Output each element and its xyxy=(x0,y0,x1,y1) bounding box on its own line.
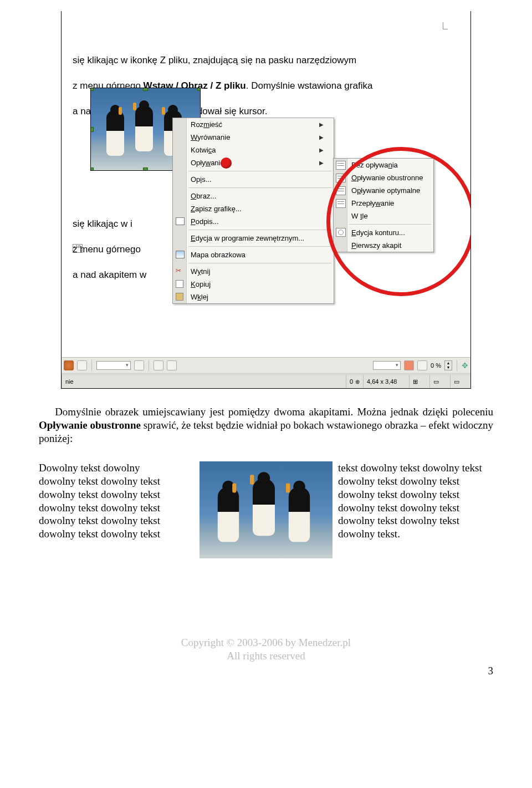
sub-item-wrap-both[interactable]: Opływanie obustronne xyxy=(334,171,433,184)
ctx-item-image[interactable]: Obraz... xyxy=(173,190,334,202)
wrap-text-right: tekst dowolny tekst dowolny tekst dowoln… xyxy=(338,461,493,541)
status-icon: ⊞ xyxy=(409,375,429,388)
status-nie: nie xyxy=(62,375,84,388)
toolbar-select[interactable] xyxy=(373,361,401,370)
ctx-item-description[interactable]: Opis... xyxy=(173,173,334,186)
toolbar-button[interactable] xyxy=(154,360,163,370)
image-toolbar: 0 % ▲▼ ✥ xyxy=(62,357,470,374)
doc-text-upper-line1: się klikając w ikonkę Z pliku, znajdując… xyxy=(73,55,356,65)
ctx-item-wrap[interactable]: Opływanie▶ xyxy=(173,156,334,169)
status-bar: nie 0⊕ 4,64 x 3,48 ⊞ ▭ ▭ xyxy=(62,374,470,388)
status-icon: ▭ xyxy=(450,375,470,388)
page-number: 3 xyxy=(39,665,493,677)
embedded-editor-screenshot: się klikając w ikonkę Z pliku, znajdując… xyxy=(61,11,471,389)
status-icon: ▭ xyxy=(429,375,450,388)
toolbar-button[interactable] xyxy=(134,360,144,370)
ctx-item-cut[interactable]: Wytnij ✂ xyxy=(173,265,334,278)
page-footer: Copyright © 2003-2006 by Menedzer.pl All… xyxy=(39,636,493,663)
wrap-through-icon xyxy=(336,199,346,208)
status-zero: 0⊕ xyxy=(346,375,363,388)
resize-handle-icon[interactable] xyxy=(143,88,148,91)
toolbar-button[interactable] xyxy=(417,360,427,370)
graphics-filter-icon[interactable] xyxy=(64,360,74,370)
body-paragraph: Domyślnie obrazek umiejscawiany jest pom… xyxy=(39,405,493,445)
ctx-item-alignment[interactable]: Wyrównanie▶ xyxy=(173,131,334,144)
scissors-icon: ✂ xyxy=(176,267,181,274)
toolbar-button[interactable] xyxy=(77,360,87,370)
sub-item-background[interactable]: W tle xyxy=(334,210,433,222)
ctx-item-copy[interactable]: Kopiuj xyxy=(173,278,334,291)
wrap-submenu: Bez opływania Opływanie obustronne Opływ… xyxy=(333,158,434,252)
wrap-example: Dowolny tekst dowolny dowolny tekst dowo… xyxy=(39,461,493,558)
ctx-item-arrange[interactable]: Rozmieść▶ xyxy=(173,118,334,131)
resize-handle-icon[interactable] xyxy=(197,88,201,91)
ruler-mark-icon xyxy=(443,22,448,29)
context-menu: Rozmieść▶ Wyrównanie▶ Kotwica▶ Opływanie… xyxy=(172,118,334,304)
sub-item-wrap-through[interactable]: Przepływanie xyxy=(334,197,433,210)
sub-item-first-paragraph[interactable]: Pierwszy akapit xyxy=(334,239,433,252)
graphics-mode-select[interactable] xyxy=(96,361,131,370)
ctx-item-imagemap[interactable]: Mapa obrazkowa xyxy=(173,248,334,261)
flip-icon[interactable] xyxy=(404,360,414,370)
transparency-value: 0 % xyxy=(431,362,441,369)
toolbar-button[interactable] xyxy=(167,360,177,370)
caption-anchor-icon: ◂AB▸ xyxy=(73,244,83,253)
highlight-dot-icon xyxy=(221,157,232,169)
status-size: 4,64 x 3,48 xyxy=(363,375,409,388)
wrap-optimal-icon xyxy=(336,186,346,195)
sub-item-no-wrap[interactable]: Bez opływania xyxy=(334,159,433,171)
ctx-item-edit-external[interactable]: Edycja w programie zewnętrznym... xyxy=(173,232,334,245)
copy-icon xyxy=(176,280,183,288)
ctx-item-anchor[interactable]: Kotwica▶ xyxy=(173,144,334,156)
ctx-item-caption[interactable]: Podpis... xyxy=(173,215,334,228)
wrap-both-icon xyxy=(336,174,346,182)
wrap-none-icon xyxy=(336,161,346,170)
sub-item-wrap-optimal[interactable]: Opływanie optymalne xyxy=(334,184,433,197)
imagemap-icon xyxy=(176,251,185,258)
caption-icon xyxy=(176,217,185,225)
contour-icon xyxy=(336,228,346,237)
example-image xyxy=(200,461,332,558)
ctx-item-save-graphic[interactable]: Zapisz grafikę... xyxy=(173,202,334,215)
resize-handle-icon[interactable] xyxy=(90,127,94,132)
ctx-item-paste[interactable]: Wklej xyxy=(173,291,334,303)
resize-handle-icon[interactable] xyxy=(90,167,94,171)
spin-buttons[interactable]: ▲▼ xyxy=(444,360,452,370)
resize-handle-icon[interactable] xyxy=(90,88,94,91)
bold-term: Opływanie obustronne xyxy=(39,419,141,431)
wrap-text-left: Dowolny tekst dowolny dowolny tekst dowo… xyxy=(39,461,194,541)
doc-text-lower: się klikając w i z menu górnego a nad ak… xyxy=(73,205,146,282)
clipboard-icon xyxy=(176,293,183,301)
sub-item-edit-contour[interactable]: Edycja konturu... xyxy=(334,226,433,239)
crop-icon[interactable]: ✥ xyxy=(462,361,468,370)
resize-handle-icon[interactable] xyxy=(143,167,148,171)
